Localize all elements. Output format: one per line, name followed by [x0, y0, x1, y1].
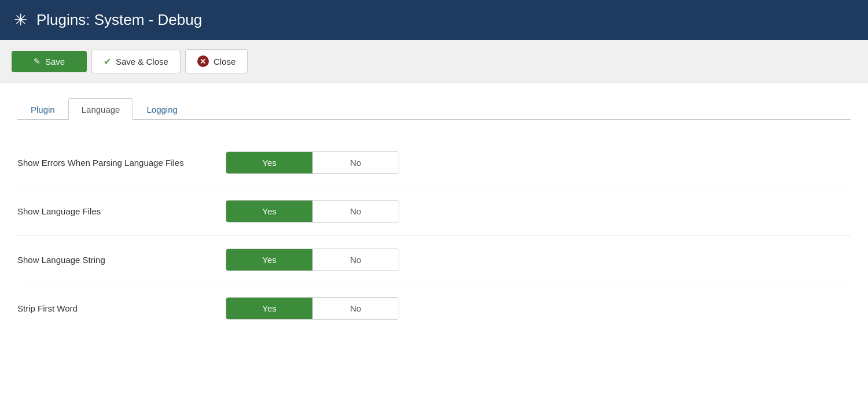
toggle-show-language-string-no[interactable]: No [312, 249, 399, 271]
label-show-language-string: Show Language String [17, 254, 203, 266]
form-row-show-language-files: Show Language Files Yes No [17, 187, 851, 236]
form-row-show-errors: Show Errors When Parsing Language Files … [17, 139, 851, 187]
toggle-show-errors-yes[interactable]: Yes [226, 152, 312, 173]
toggle-show-language-files-yes[interactable]: Yes [226, 201, 312, 222]
toolbar: ✎ Save ✔ Save & Close ✕ Close [0, 40, 868, 83]
tab-language[interactable]: Language [68, 98, 134, 120]
label-show-errors: Show Errors When Parsing Language Files [17, 157, 203, 169]
label-show-language-files: Show Language Files [17, 205, 203, 217]
save-close-button[interactable]: ✔ Save & Close [91, 50, 181, 73]
content-area: Plugin Language Logging Show Errors When… [0, 83, 868, 346]
close-button[interactable]: ✕ Close [185, 49, 248, 73]
tab-logging[interactable]: Logging [133, 98, 190, 120]
toggle-strip-first-word-yes[interactable]: Yes [226, 298, 312, 319]
toggle-show-language-files: Yes No [226, 200, 399, 223]
plugin-icon: ✳ [14, 10, 27, 29]
label-strip-first-word: Strip First Word [17, 302, 203, 314]
toggle-strip-first-word-no[interactable]: No [312, 298, 399, 319]
form-row-strip-first-word: Strip First Word Yes No [17, 284, 851, 332]
header: ✳ Plugins: System - Debug [0, 0, 868, 40]
check-icon: ✔ [104, 56, 111, 67]
toggle-show-errors: Yes No [226, 151, 399, 174]
toggle-show-language-string-yes[interactable]: Yes [226, 249, 312, 271]
tab-plugin[interactable]: Plugin [17, 98, 68, 120]
toggle-show-language-files-no[interactable]: No [312, 201, 399, 222]
toggle-show-errors-no[interactable]: No [312, 152, 399, 173]
page-title: Plugins: System - Debug [36, 11, 202, 29]
toggle-strip-first-word: Yes No [226, 297, 399, 320]
close-icon: ✕ [197, 55, 209, 67]
tab-bar: Plugin Language Logging [17, 97, 851, 120]
save-edit-icon: ✎ [34, 57, 41, 66]
save-button[interactable]: ✎ Save [12, 51, 87, 72]
form-row-show-language-string: Show Language String Yes No [17, 236, 851, 284]
toggle-show-language-string: Yes No [226, 249, 399, 271]
